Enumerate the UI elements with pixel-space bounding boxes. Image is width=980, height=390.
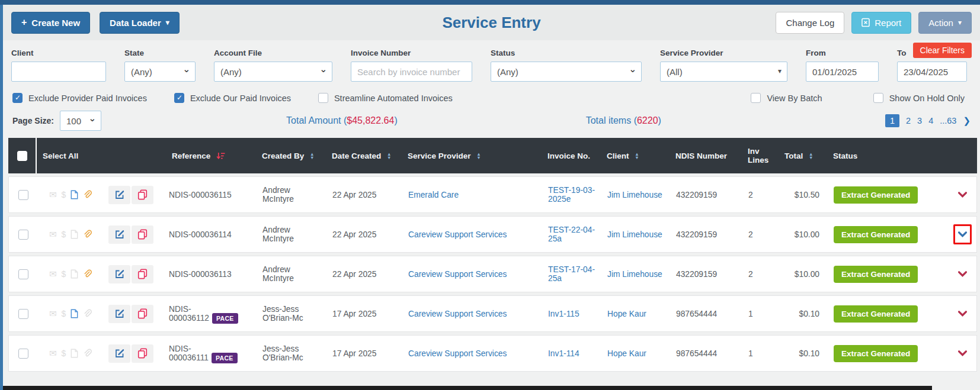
email-icon[interactable]: ✉ — [49, 269, 57, 279]
status-filter-select[interactable]: (Any) — [491, 62, 642, 82]
document-icon[interactable] — [71, 309, 78, 318]
document-icon[interactable] — [71, 190, 78, 199]
col-created-by[interactable]: Created By ▲▼ — [256, 149, 326, 163]
dollar-icon[interactable]: $ — [62, 349, 66, 358]
client-link[interactable]: Hope Kaur — [607, 310, 646, 318]
expand-chevron-icon[interactable] — [957, 349, 968, 357]
page-size-label: Page Size: — [12, 116, 54, 125]
row-checkbox[interactable] — [18, 190, 28, 200]
client-link[interactable]: Jim Limehouse — [607, 230, 662, 239]
from-date-input[interactable] — [806, 62, 879, 82]
view-by-batch-checkbox[interactable]: View By Batch — [751, 93, 822, 103]
pagination-page-1[interactable]: 1 — [885, 114, 899, 127]
email-icon[interactable]: ✉ — [49, 189, 57, 200]
service-provider-filter-select[interactable]: (All) — [660, 62, 787, 82]
service-provider-link[interactable]: Careview Support Services — [408, 230, 507, 239]
expand-chevron-icon[interactable] — [957, 230, 968, 238]
service-provider-link[interactable]: Careview Support Services — [408, 349, 507, 358]
expand-chevron-icon[interactable] — [957, 191, 968, 199]
service-provider-link[interactable]: Careview Support Services — [408, 270, 507, 279]
page-size-select[interactable]: 100 — [60, 111, 101, 131]
dollar-icon[interactable]: $ — [62, 190, 66, 199]
invoice-no-link[interactable]: Inv1-115 — [548, 310, 579, 318]
clear-filters-button[interactable]: Clear Filters — [913, 43, 972, 58]
to-date-input[interactable] — [897, 62, 967, 82]
invoice-no-link[interactable]: TEST-22-04-25a — [548, 225, 595, 243]
invoice-no-link[interactable]: TEST-17-04-25a — [548, 265, 595, 283]
attachment-icon[interactable] — [83, 349, 92, 358]
attachment-icon[interactable] — [83, 190, 92, 199]
show-on-hold-checkbox[interactable]: Show On Hold Only — [873, 93, 965, 103]
exclude-provider-paid-checkbox[interactable]: Exclude Provider Paid Invoices — [12, 93, 147, 103]
action-dropdown[interactable]: Action ▾ — [918, 12, 972, 34]
document-icon[interactable] — [71, 349, 78, 358]
dollar-icon[interactable]: $ — [62, 309, 66, 318]
col-date-created[interactable]: Date Created ▲▼ — [326, 149, 402, 163]
state-filter-select[interactable]: (Any) — [124, 62, 196, 82]
copy-button[interactable] — [132, 265, 153, 283]
invoice-number-filter-input[interactable] — [351, 62, 472, 82]
col-total[interactable]: Total ▲▼ — [779, 149, 827, 163]
sort-desc-icon[interactable] — [216, 152, 225, 160]
sort-icon[interactable]: ▲▼ — [635, 153, 639, 159]
row-checkbox[interactable] — [18, 309, 28, 319]
edit-button[interactable] — [108, 344, 130, 363]
document-icon[interactable] — [71, 269, 78, 279]
client-link[interactable]: Jim Limehouse — [607, 191, 662, 199]
exclude-our-paid-checkbox[interactable]: Exclude Our Paid Invoices — [174, 93, 291, 103]
copy-button[interactable] — [132, 305, 153, 323]
edit-button[interactable] — [108, 186, 130, 204]
data-loader-dropdown[interactable]: Data Loader ▾ — [100, 12, 180, 34]
service-provider-link[interactable]: Careview Support Services — [408, 310, 507, 318]
pagination-next-icon[interactable]: ❯ — [963, 115, 971, 126]
invoice-no-link[interactable]: Inv1-114 — [548, 349, 579, 358]
col-reference[interactable]: Reference — [162, 149, 256, 163]
expand-chevron-icon[interactable] — [957, 310, 968, 318]
client-filter-input[interactable] — [11, 62, 106, 82]
sort-icon[interactable]: ▲▼ — [310, 153, 314, 159]
edit-button[interactable] — [108, 305, 130, 323]
invoice-no-link[interactable]: TEST-19-03-2025e — [548, 186, 595, 204]
copy-button[interactable] — [132, 186, 153, 204]
sort-icon[interactable]: ▲▼ — [809, 153, 813, 159]
sort-icon[interactable]: ▲▼ — [387, 153, 391, 159]
select-all-checkbox[interactable] — [17, 151, 27, 161]
create-new-button[interactable]: + Create New — [11, 12, 90, 34]
attachment-icon[interactable] — [83, 309, 92, 318]
checkbox-checked-icon[interactable] — [12, 93, 23, 103]
edit-button[interactable] — [108, 225, 130, 244]
copy-button[interactable] — [132, 344, 153, 363]
email-icon[interactable]: ✉ — [49, 348, 57, 359]
dollar-icon[interactable]: $ — [62, 269, 66, 279]
col-client[interactable]: Client ▲▼ — [601, 149, 670, 163]
pagination-page-last[interactable]: ...63 — [940, 116, 956, 125]
pagination-page-2[interactable]: 2 — [906, 116, 911, 125]
checkbox-checked-icon[interactable] — [174, 93, 184, 103]
dollar-icon[interactable]: $ — [62, 230, 66, 239]
email-icon[interactable]: ✉ — [49, 229, 57, 240]
service-provider-link[interactable]: Emerald Care — [408, 191, 459, 199]
pagination-page-4[interactable]: 4 — [928, 116, 933, 125]
pagination-page-3[interactable]: 3 — [917, 116, 922, 125]
streamline-automated-checkbox[interactable]: Streamline Automated Invoices — [318, 93, 453, 103]
expand-chevron-icon[interactable] — [957, 270, 968, 278]
checkbox-unchecked-icon[interactable] — [873, 93, 883, 103]
account-file-filter-select[interactable]: (Any) — [214, 62, 332, 82]
client-link[interactable]: Hope Kaur — [607, 349, 646, 358]
col-service-provider[interactable]: Service Provider ▲▼ — [402, 149, 542, 163]
checkbox-unchecked-icon[interactable] — [751, 93, 761, 103]
row-checkbox[interactable] — [18, 230, 28, 240]
report-button[interactable]: Report — [851, 12, 911, 34]
document-icon[interactable] — [71, 230, 78, 239]
edit-button[interactable] — [108, 265, 130, 283]
row-checkbox[interactable] — [18, 269, 28, 279]
email-icon[interactable]: ✉ — [49, 308, 57, 319]
attachment-icon[interactable] — [83, 230, 92, 239]
sort-icon[interactable]: ▲▼ — [476, 153, 481, 159]
copy-button[interactable] — [132, 225, 153, 244]
row-checkbox[interactable] — [18, 349, 28, 359]
attachment-icon[interactable] — [83, 269, 92, 279]
checkbox-unchecked-icon[interactable] — [318, 93, 328, 103]
client-link[interactable]: Jim Limehouse — [607, 270, 662, 279]
change-log-button[interactable]: Change Log — [776, 12, 844, 34]
